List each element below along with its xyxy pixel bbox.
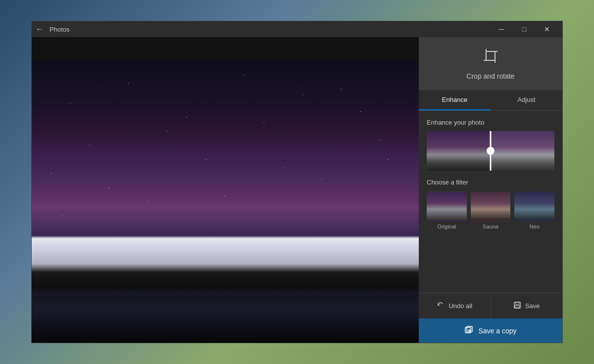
undo-all-button[interactable]: Undo all: [419, 293, 491, 318]
filter-original-label: Original: [437, 224, 456, 229]
photo-area: [32, 37, 419, 343]
tab-adjust[interactable]: Adjust: [491, 90, 562, 110]
minimize-button[interactable]: ─: [490, 21, 513, 37]
save-button[interactable]: Save: [491, 293, 563, 318]
svg-rect-0: [486, 51, 495, 60]
filter-neo-thumb: [514, 191, 554, 222]
crop-rotate-icon: [482, 47, 499, 68]
filters-grid: Original Sauna Neo: [427, 191, 554, 229]
enhance-after: [491, 131, 554, 171]
photos-window: ← Photos ─ □ ✕: [31, 21, 563, 343]
filter-sauna-thumb: [471, 191, 511, 222]
window-title: Photos: [50, 26, 490, 33]
save-copy-label: Save a copy: [478, 327, 516, 335]
svg-rect-7: [515, 306, 520, 308]
undo-icon: [437, 301, 445, 311]
main-content: Crop and rotate Enhance Adjust Enhance y…: [32, 37, 562, 343]
maximize-button[interactable]: □: [513, 21, 536, 37]
save-copy-button[interactable]: Save a copy: [419, 318, 562, 343]
svg-rect-5: [514, 302, 520, 308]
filters-title: Choose a filter: [427, 179, 554, 186]
bottom-actions: Undo all Save: [419, 293, 562, 318]
filter-sauna-label: Sauna: [483, 224, 498, 229]
enhance-section-title: Enhance your photo: [427, 119, 554, 126]
filters-section: Choose a filter Original Sauna Neo: [427, 179, 554, 229]
enhance-preview[interactable]: [427, 131, 554, 171]
save-copy-icon: [464, 325, 473, 336]
window-controls: ─ □ ✕: [490, 21, 558, 37]
save-label: Save: [525, 302, 540, 310]
photo-image-inner: [32, 61, 419, 343]
panel-content: Enhance your photo Choose a filter Origi…: [419, 111, 562, 293]
tabs-container: Enhance Adjust: [419, 90, 562, 111]
filter-neo-label: Neo: [530, 224, 540, 229]
crop-rotate-label: Crop and rotate: [466, 72, 514, 80]
filter-original[interactable]: Original: [427, 191, 467, 229]
back-button[interactable]: ←: [36, 25, 44, 34]
enhance-before: [427, 131, 491, 171]
enhance-handle[interactable]: [487, 147, 495, 155]
photo-top-bar: [32, 37, 419, 61]
title-bar: ← Photos ─ □ ✕: [32, 21, 562, 37]
filter-sauna[interactable]: Sauna: [471, 191, 511, 229]
filter-neo[interactable]: Neo: [514, 191, 554, 229]
right-panel: Crop and rotate Enhance Adjust Enhance y…: [419, 37, 562, 343]
crop-rotate-header: Crop and rotate: [419, 37, 562, 90]
tab-enhance[interactable]: Enhance: [419, 90, 491, 110]
photo-image: [32, 61, 419, 343]
filter-original-thumb: [427, 191, 467, 222]
close-button[interactable]: ✕: [536, 21, 558, 37]
save-icon: [513, 301, 521, 311]
undo-all-label: Undo all: [448, 302, 472, 310]
